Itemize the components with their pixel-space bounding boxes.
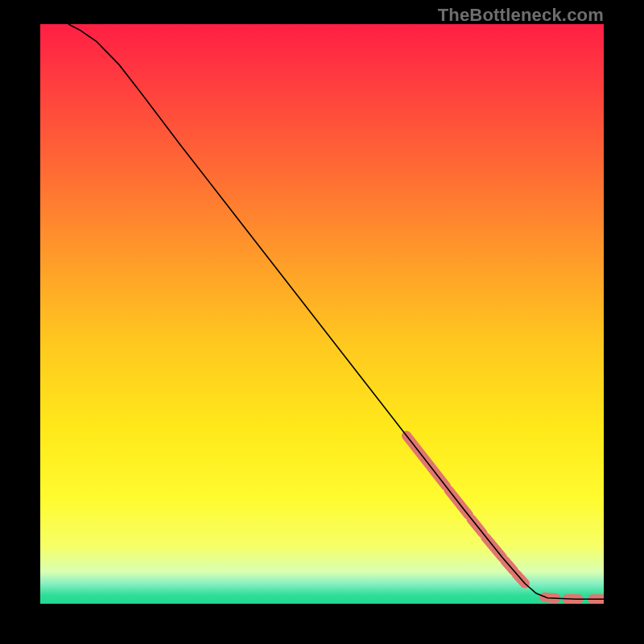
chart-frame: TheBottleneck.com — [0, 0, 644, 644]
watermark-text: TheBottleneck.com — [438, 5, 604, 26]
chart-plot — [40, 24, 604, 604]
plot-background — [40, 24, 604, 604]
